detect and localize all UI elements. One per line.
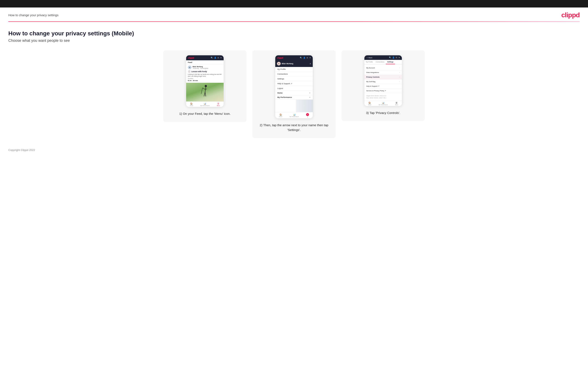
settings-item-my-golf-bag[interactable]: My Golf Bag ›: [364, 79, 402, 84]
nav-home[interactable]: 🏠 Home: [190, 102, 193, 106]
phone-2-icons: 🔍 👤 ⚙ ▼: [300, 57, 311, 59]
chevron-down-icon: ▼: [220, 57, 222, 59]
version-server: GQL Server Version: 2022.7.30-1: [366, 97, 400, 99]
step-3-phone: ‹ < Back 🔍 👤 ⚙ ▼ My Profile Connections …: [364, 55, 402, 106]
settings-tabs: My Profile Connections Settings: [364, 60, 402, 65]
settings-item-help[interactable]: Help & Support ↗: [364, 84, 402, 89]
nav-performance-2[interactable]: 📊 My Performance: [290, 114, 299, 117]
phone-1-topbar: clippd 🔍 👤 ⚙ ▼: [186, 55, 224, 60]
settings-item-label: My Account: [366, 67, 375, 69]
settings-item-label: Privacy Controls: [366, 76, 380, 78]
step-2-desc: 2) Then, tap the arrow next to your name…: [257, 123, 331, 132]
menu-item-settings[interactable]: Settings: [275, 76, 313, 81]
tab-my-profile[interactable]: My Profile: [364, 60, 374, 64]
feed-post: B Blair McHarg Yesterday · Sunningdale 📋…: [186, 64, 224, 83]
menu-item-logout[interactable]: Logout: [275, 86, 313, 91]
nav-close-2[interactable]: ✕ ✕: [306, 113, 309, 118]
overlay: [296, 100, 313, 112]
feed-user-sub: Yesterday · Sunningdale: [193, 67, 208, 69]
menu-item-connections[interactable]: Connections: [275, 72, 313, 76]
chevron-right-perf: ▼: [309, 96, 311, 98]
feed-user-name: Blair McHarg: [193, 66, 208, 67]
footer: Copyright Clippd 2022: [0, 142, 588, 156]
nav-menu[interactable]: ☰ Menu: [217, 102, 220, 106]
settings-item-service[interactable]: Service & Privacy Policy ↗: [364, 89, 402, 93]
nav-home-3[interactable]: 🏠 Home: [368, 102, 371, 105]
search-icon-2: 🔍: [300, 57, 302, 59]
menu-icon-3: ☰: [396, 102, 398, 104]
nav-menu-3[interactable]: ☰ Menu: [395, 102, 398, 105]
tab-settings[interactable]: Settings: [386, 60, 395, 64]
phone-1-bottombar: 🏠 Home 📊 My Performance ☰ Menu: [186, 101, 224, 107]
user-icon: 👤: [214, 57, 216, 59]
phone-3-bottombar: 🏠 Home 📊 My Performance ☰ Menu: [364, 101, 402, 106]
menu-icon: ☰: [217, 102, 219, 105]
close-icon: ✕: [306, 113, 309, 116]
settings-icon: ⚙: [217, 57, 219, 59]
menu-bg-spacer: [275, 100, 313, 112]
phone-1-logo: clippd: [188, 57, 194, 59]
svg-point-0: [205, 85, 207, 87]
phone-2-topbar: clippd 🔍 👤 ⚙ ▼: [275, 55, 313, 60]
page-heading: How to change your privacy settings (Mob…: [8, 30, 580, 37]
tab-connections[interactable]: Connections: [374, 60, 386, 64]
menu-arrow-icon[interactable]: ∧: [310, 63, 311, 65]
settings-item-label: Data Integrations: [366, 72, 379, 73]
back-button[interactable]: ‹ < Back: [366, 57, 372, 59]
menu-item-my-profile[interactable]: My Profile: [275, 67, 313, 72]
step-2-card: clippd 🔍 👤 ⚙ ▼ B: [252, 50, 336, 138]
menu-user-row[interactable]: B Blair McHarg ∧: [275, 60, 313, 67]
nav-home-2[interactable]: 🏠 Home: [279, 114, 282, 117]
svg-line-4: [204, 92, 205, 96]
feed-label: Feed: [186, 60, 224, 64]
menu-item-help[interactable]: Help & Support ↗: [275, 81, 313, 86]
feed-lesson-title: Lesson with Fordy: [191, 70, 207, 73]
settings-item-privacy-controls[interactable]: Privacy Controls ›: [364, 75, 402, 79]
nav-performance-label-3: My Performance: [379, 104, 388, 105]
step-1-desc: 1) On your Feed, tap the 'Menu' icon.: [179, 111, 231, 116]
settings-list: My Account › Data Integrations › Privacy…: [364, 66, 402, 93]
phone-3-icons: 🔍 👤 ⚙ ▼: [389, 57, 400, 59]
main-content: How to change your privacy settings (Mob…: [0, 22, 588, 142]
menu-section-home[interactable]: Home ▼: [275, 91, 313, 95]
header-title: How to change your privacy settings: [8, 13, 59, 17]
page-subheading: Choose what you want people to see: [8, 38, 580, 43]
settings-icon-3: ⚙: [396, 57, 397, 59]
nav-close-label-2: ✕: [307, 116, 308, 118]
step-3-desc: 3) Tap 'Privacy Controls'.: [366, 111, 400, 115]
feed-user-row: B Blair McHarg Yesterday · Sunningdale: [188, 66, 222, 69]
copyright: Copyright Clippd 2022: [8, 149, 35, 152]
step-2-phone: clippd 🔍 👤 ⚙ ▼ B: [275, 55, 313, 118]
feed-desc: Looking to feel like my hands are exitin…: [188, 73, 222, 77]
avatar: B: [188, 66, 191, 69]
settings-topbar: ‹ < Back 🔍 👤 ⚙ ▼: [364, 55, 402, 60]
nav-menu-label: Menu: [217, 105, 220, 106]
chevron-right-golf: ›: [399, 81, 400, 83]
chevron-right-account: ›: [399, 67, 400, 69]
step-1-phone: clippd 🔍 👤 ⚙ ▼ Feed B Blair McHarg: [186, 55, 224, 107]
settings-item-data-integrations[interactable]: Data Integrations ›: [364, 70, 402, 75]
nav-performance-label: My Performance: [200, 105, 209, 106]
user-icon-3: 👤: [392, 57, 395, 59]
search-icon: 🔍: [211, 57, 213, 59]
svg-line-5: [205, 92, 206, 96]
performance-icon-3: 📊: [382, 102, 384, 104]
menu-section-performance[interactable]: My Performance ▼: [275, 95, 313, 100]
nav-home-label: Home: [190, 105, 193, 106]
nav-home-label-3: Home: [368, 104, 371, 105]
nav-performance-3[interactable]: 📊 My Performance: [379, 102, 388, 105]
menu-overlay-container: B Blair McHarg ∧ My Profile Connections …: [275, 60, 313, 112]
chevron-down-icon-2: ▼: [309, 57, 311, 59]
svg-line-1: [205, 87, 206, 92]
menu-avatar: B: [277, 62, 281, 66]
lesson-icon: 📋: [188, 70, 191, 73]
nav-performance[interactable]: 📊 My Performance: [200, 102, 209, 106]
settings-item-my-account[interactable]: My Account ›: [364, 66, 402, 70]
chevron-down-icon-3: ▼: [398, 57, 400, 59]
menu-user-name: Blair McHarg: [282, 63, 293, 65]
performance-icon-2: 📊: [293, 114, 295, 116]
menu-screen: B Blair McHarg ∧ My Profile Connections …: [275, 60, 313, 112]
steps-row: clippd 🔍 👤 ⚙ ▼ Feed B Blair McHarg: [8, 50, 580, 138]
svg-line-2: [202, 88, 205, 89]
nav-home-label-2: Home: [279, 116, 282, 117]
